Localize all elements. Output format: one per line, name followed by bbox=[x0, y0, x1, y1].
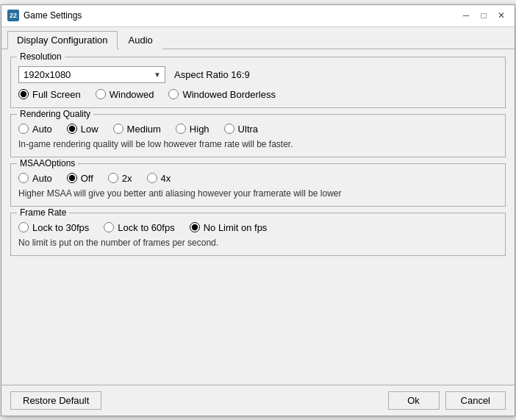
framerate-lock30-radio[interactable] bbox=[18, 222, 29, 232]
rendering-low-option[interactable]: Low bbox=[67, 124, 98, 135]
msaa-off-radio[interactable] bbox=[67, 173, 77, 183]
framerate-description: No limit is put on the number of frames … bbox=[18, 238, 498, 248]
rendering-ultra-label: Ultra bbox=[238, 124, 258, 135]
rendering-auto-option[interactable]: Auto bbox=[18, 124, 52, 135]
rendering-high-label: High bbox=[190, 124, 209, 135]
windowed-option[interactable]: Windowed bbox=[96, 89, 154, 100]
rendering-medium-radio[interactable] bbox=[113, 124, 123, 134]
main-window: 22 Game Settings ─ □ ✕ Display Configura… bbox=[1, 4, 515, 416]
framerate-lock30-label: Lock to 30fps bbox=[32, 222, 89, 233]
msaa-2x-radio[interactable] bbox=[108, 173, 118, 183]
rendering-low-label: Low bbox=[81, 124, 98, 135]
fullscreen-label: Full Screen bbox=[32, 89, 81, 100]
close-button[interactable]: ✕ bbox=[494, 8, 509, 23]
tab-content: Resolution 1920x1080 1280x720 1600x900 2… bbox=[1, 49, 515, 385]
display-mode-row: Full Screen Windowed Windowed Borderless bbox=[18, 89, 498, 100]
tab-audio[interactable]: Audio bbox=[119, 31, 162, 49]
cancel-button[interactable]: Cancel bbox=[445, 391, 506, 410]
windowed-label: Windowed bbox=[110, 89, 154, 100]
maximize-button[interactable]: □ bbox=[476, 8, 491, 23]
msaa-auto-radio[interactable] bbox=[18, 173, 29, 183]
msaa-section-title: MSAAOptions bbox=[17, 158, 78, 168]
title-bar-left: 22 Game Settings bbox=[7, 10, 82, 21]
rendering-quality-title: Rendering Quality bbox=[17, 109, 93, 119]
msaa-description: Higher MSAA will give you better anti al… bbox=[18, 188, 498, 199]
framerate-section-title: Frame Rate bbox=[17, 207, 69, 218]
msaa-off-option[interactable]: Off bbox=[67, 173, 93, 184]
framerate-lock60-radio[interactable] bbox=[104, 222, 114, 232]
window-title: Game Settings bbox=[24, 10, 82, 21]
footer-action-buttons: Ok Cancel bbox=[388, 391, 506, 410]
msaa-section: MSAAOptions Auto Off 2x bbox=[10, 163, 506, 207]
minimize-button[interactable]: ─ bbox=[459, 8, 473, 23]
rendering-high-option[interactable]: High bbox=[176, 124, 209, 135]
msaa-options-row: Auto Off 2x 4x bbox=[18, 173, 498, 184]
rendering-options-row: Auto Low Medium High bbox=[18, 124, 498, 135]
rendering-medium-option[interactable]: Medium bbox=[113, 124, 161, 135]
fullscreen-option[interactable]: Full Screen bbox=[18, 89, 81, 100]
framerate-nolimit-label: No Limit on fps bbox=[204, 222, 268, 233]
msaa-inner: Auto Off 2x 4x Higher MSAA will bbox=[18, 173, 498, 199]
rendering-auto-radio[interactable] bbox=[18, 124, 29, 134]
resolution-section-inner: 1920x1080 1280x720 1600x900 2560x1440 As… bbox=[18, 66, 498, 100]
msaa-2x-option[interactable]: 2x bbox=[108, 173, 132, 184]
resolution-section: Resolution 1920x1080 1280x720 1600x900 2… bbox=[10, 57, 506, 108]
framerate-section: Frame Rate Lock to 30fps Lock to 60fps N… bbox=[10, 213, 506, 256]
resolution-select[interactable]: 1920x1080 1280x720 1600x900 2560x1440 bbox=[18, 66, 165, 83]
rendering-ultra-radio[interactable] bbox=[224, 124, 234, 134]
app-icon: 22 bbox=[7, 10, 19, 21]
framerate-options-row: Lock to 30fps Lock to 60fps No Limit on … bbox=[18, 222, 498, 233]
framerate-nolimit-option[interactable]: No Limit on fps bbox=[190, 222, 268, 233]
msaa-2x-label: 2x bbox=[122, 173, 132, 184]
rendering-description: In-game rendering quality will be low ho… bbox=[18, 139, 498, 149]
resolution-row: 1920x1080 1280x720 1600x900 2560x1440 As… bbox=[18, 66, 498, 83]
rendering-high-radio[interactable] bbox=[176, 124, 186, 134]
framerate-inner: Lock to 30fps Lock to 60fps No Limit on … bbox=[18, 222, 498, 248]
framerate-lock60-label: Lock to 60fps bbox=[118, 222, 174, 233]
tabs-bar: Display Configuration Audio bbox=[1, 27, 515, 49]
msaa-4x-option[interactable]: 4x bbox=[147, 173, 171, 184]
msaa-auto-option[interactable]: Auto bbox=[18, 173, 52, 184]
title-bar: 22 Game Settings ─ □ ✕ bbox=[1, 5, 515, 27]
rendering-quality-section: Rendering Quality Auto Low Medium bbox=[10, 114, 506, 157]
windowed-radio[interactable] bbox=[96, 89, 106, 99]
msaa-off-label: Off bbox=[81, 173, 93, 184]
windowed-borderless-option[interactable]: Windowed Borderless bbox=[168, 89, 275, 100]
msaa-4x-label: 4x bbox=[161, 173, 171, 184]
resolution-select-wrapper: 1920x1080 1280x720 1600x900 2560x1440 bbox=[18, 66, 165, 83]
windowed-borderless-label: Windowed Borderless bbox=[182, 89, 275, 100]
window-controls: ─ □ ✕ bbox=[459, 8, 509, 23]
rendering-low-radio[interactable] bbox=[67, 124, 77, 134]
framerate-nolimit-radio[interactable] bbox=[190, 222, 200, 232]
rendering-ultra-option[interactable]: Ultra bbox=[224, 124, 258, 135]
rendering-auto-label: Auto bbox=[32, 124, 52, 135]
ok-button[interactable]: Ok bbox=[388, 391, 440, 410]
footer: Restore Default Ok Cancel bbox=[1, 385, 515, 416]
resolution-section-title: Resolution bbox=[17, 51, 65, 62]
fullscreen-radio[interactable] bbox=[18, 89, 29, 99]
framerate-lock30-option[interactable]: Lock to 30fps bbox=[18, 222, 89, 233]
restore-default-button[interactable]: Restore Default bbox=[10, 391, 101, 410]
rendering-inner: Auto Low Medium High bbox=[18, 124, 498, 149]
rendering-medium-label: Medium bbox=[127, 124, 161, 135]
tab-display-configuration[interactable]: Display Configuration bbox=[7, 31, 118, 49]
msaa-auto-label: Auto bbox=[32, 173, 52, 184]
windowed-borderless-radio[interactable] bbox=[168, 89, 179, 99]
framerate-lock60-option[interactable]: Lock to 60fps bbox=[104, 222, 174, 233]
aspect-ratio-label: Aspect Ratio 16:9 bbox=[174, 69, 250, 80]
msaa-4x-radio[interactable] bbox=[147, 173, 157, 183]
